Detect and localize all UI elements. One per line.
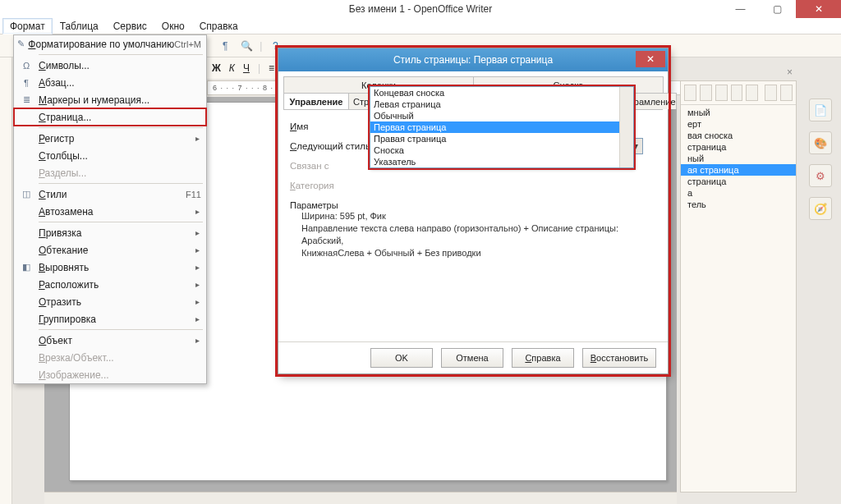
menu-help[interactable]: Справка: [192, 18, 246, 34]
submenu-arrow-icon: ▸: [195, 297, 201, 306]
menu-item: Изображение...: [14, 366, 206, 383]
frame-styles-icon[interactable]: [715, 85, 728, 101]
params-header: Параметры: [290, 200, 656, 210]
close-button[interactable]: ✕: [796, 0, 841, 18]
sidebar-gallery-icon[interactable]: ⚙: [809, 164, 832, 187]
zoom-icon[interactable]: 🔍: [238, 38, 255, 54]
menu-label: Абзац...: [39, 77, 201, 89]
menu-label: Символы...: [39, 60, 201, 71]
para-styles-icon[interactable]: [684, 85, 696, 101]
menu-item[interactable]: Страница...: [14, 108, 206, 126]
dropdown-option[interactable]: Правая страница: [370, 133, 633, 144]
panel-close-icon[interactable]: ×: [787, 66, 793, 78]
menu-item[interactable]: ◫СтилиF11: [14, 186, 206, 203]
new-style-icon[interactable]: [780, 85, 793, 101]
label-next-style: Следующий стиль: [290, 141, 380, 151]
menu-item[interactable]: Автозамена▸: [14, 203, 206, 220]
menu-label: Форматирование по умолчанию: [28, 39, 174, 50]
style-list-item[interactable]: ая страница: [681, 164, 796, 176]
align-left-icon[interactable]: ≡: [269, 62, 274, 74]
sidebar-styles-icon[interactable]: 🎨: [809, 131, 832, 154]
submenu-arrow-icon: ▸: [195, 263, 201, 272]
label-category: Категория: [290, 181, 380, 190]
left-gutter: [0, 57, 12, 504]
bold-button[interactable]: Ж: [212, 62, 221, 74]
style-list-item[interactable]: а: [681, 187, 796, 199]
menu-service[interactable]: Сервис: [106, 18, 154, 34]
page-style-dialog: Стиль страницы: Первая страница ✕ Колонк…: [278, 48, 669, 374]
next-style-dropdown: Концевая сноскаЛевая страницаОбычныйПерв…: [370, 86, 634, 168]
menu-item: Разделы...: [14, 164, 206, 181]
menu-shortcut: Ctrl+M: [174, 39, 201, 49]
styles-toolbar: [681, 81, 796, 105]
dropdown-option[interactable]: Концевая сноска: [370, 87, 633, 99]
submenu-arrow-icon: ▸: [195, 228, 201, 237]
menu-label: Врезка/Объект...: [39, 352, 201, 364]
menu-window[interactable]: Окно: [154, 18, 192, 34]
submenu-arrow-icon: ▸: [195, 280, 201, 289]
format-menu: ✎Форматирование по умолчаниюCtrl+MΩСимво…: [13, 34, 207, 384]
dropdown-scrollbar[interactable]: [619, 87, 633, 167]
menu-item[interactable]: ΩСимволы...: [14, 57, 206, 74]
menu-label: Регистр: [39, 133, 195, 144]
menu-item[interactable]: Обтекание▸: [14, 241, 206, 259]
h-scrollbar[interactable]: [44, 492, 677, 504]
ok-button[interactable]: OK: [370, 348, 433, 368]
nonprint-icon[interactable]: ¶: [217, 38, 233, 54]
menu-item: Врезка/Объект...: [14, 349, 206, 366]
sidebar-navigator-icon[interactable]: 🧭: [809, 197, 832, 220]
sidebar-icons: 📄 🎨 ⚙ 🧭: [803, 99, 838, 220]
menu-item[interactable]: Расположить▸: [14, 276, 206, 293]
menu-item[interactable]: Объект▸: [14, 332, 206, 349]
underline-button[interactable]: Ч: [243, 62, 250, 74]
style-list-item[interactable]: вая сноска: [681, 130, 796, 141]
menu-item[interactable]: ✎Форматирование по умолчаниюCtrl+M: [14, 35, 206, 53]
style-list-item[interactable]: мный: [681, 107, 796, 118]
submenu-arrow-icon: ▸: [195, 336, 201, 345]
menu-label: Маркеры и нумерация...: [39, 94, 201, 106]
menu-item[interactable]: ¶Абзац...: [14, 74, 206, 91]
menu-item[interactable]: Регистр▸: [14, 130, 206, 147]
page-styles-icon[interactable]: [731, 85, 743, 101]
italic-button[interactable]: К: [229, 62, 235, 74]
menu-item[interactable]: Столбцы...: [14, 147, 206, 164]
menu-item[interactable]: Привязка▸: [14, 224, 206, 241]
dialog-close-button[interactable]: ✕: [636, 51, 665, 67]
menu-label: Группировка: [39, 314, 195, 325]
style-list-item[interactable]: тель: [681, 199, 796, 210]
style-list-item[interactable]: ерт: [681, 118, 796, 130]
menu-item[interactable]: ≣Маркеры и нумерация...: [14, 91, 206, 108]
dropdown-option[interactable]: Сноска: [370, 144, 633, 156]
format-toolbar: Ж К Ч | ≡: [207, 57, 279, 79]
style-list-item[interactable]: ный: [681, 153, 796, 164]
cancel-button[interactable]: Отмена: [441, 348, 503, 368]
menu-icon: Ω: [14, 61, 39, 71]
menu-item[interactable]: ◧Выровнять▸: [14, 259, 206, 276]
list-styles-icon[interactable]: [746, 85, 758, 101]
menu-label: Столбцы...: [39, 150, 201, 162]
dropdown-option[interactable]: Левая страница: [370, 99, 633, 110]
sidebar-properties-icon[interactable]: 📄: [809, 99, 832, 121]
style-list-item[interactable]: страница: [681, 176, 796, 187]
menu-table[interactable]: Таблица: [53, 18, 106, 34]
menu-icon: ≣: [14, 94, 39, 105]
menu-icon: ◫: [14, 189, 39, 199]
menu-format[interactable]: Формат: [2, 18, 53, 34]
dropdown-option[interactable]: Первая страница: [370, 121, 633, 133]
tab-organizer[interactable]: Управление: [283, 93, 349, 109]
submenu-arrow-icon: ▸: [195, 314, 201, 323]
menu-item[interactable]: Группировка▸: [14, 310, 206, 328]
dropdown-option[interactable]: Обычный: [370, 110, 633, 121]
menu-item[interactable]: Отразить▸: [14, 293, 206, 310]
menu-label: Автозамена: [39, 206, 195, 218]
char-styles-icon[interactable]: [700, 85, 712, 101]
fill-format-icon[interactable]: [765, 85, 777, 101]
help-button[interactable]: Справка: [512, 348, 574, 368]
menu-label: Обтекание: [39, 245, 195, 256]
reset-button[interactable]: Восстановить: [582, 348, 656, 368]
dropdown-option[interactable]: Указатель: [370, 156, 633, 167]
style-list-item[interactable]: страница: [681, 141, 796, 153]
maximize-button[interactable]: ▢: [759, 0, 796, 18]
menu-label: Расположить: [39, 279, 195, 291]
minimize-button[interactable]: —: [722, 0, 759, 18]
